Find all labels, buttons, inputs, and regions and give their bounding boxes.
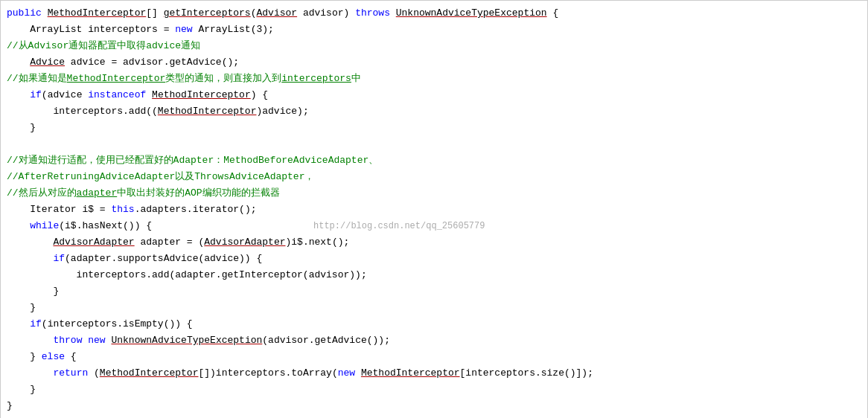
code-line-19: } (1, 300, 867, 316)
code-line-25: } (1, 398, 867, 414)
code-line-1: public MethodInterceptor[] getIntercepto… (1, 5, 867, 22)
code-comment: //如果通知是MethodInterceptor类型的通知，则直接加入到inte… (7, 71, 361, 87)
code-text: public MethodInterceptor[] getIntercepto… (7, 5, 558, 22)
code-line-blank (1, 136, 867, 152)
watermark: http://blog.csdn.net/qq_25605779 (313, 218, 485, 234)
code-comment: //AfterRetruningAdviceAdapter以及ThrowsAdv… (7, 169, 314, 185)
code-line-13: Iterator i$ = this.adapters.iterator(); (1, 202, 867, 218)
code-line-5: //如果通知是MethodInterceptor类型的通知，则直接加入到inte… (1, 71, 867, 87)
code-text: } (7, 283, 59, 300)
code-text: throw new UnknownAdviceTypeException(adv… (7, 332, 390, 349)
code-text: } else { (7, 349, 77, 365)
code-line-23: return (MethodInterceptor[])interceptors… (1, 365, 867, 382)
code-text: if(advice instanceof MethodInterceptor) … (7, 87, 268, 103)
code-line-bottom (1, 414, 867, 418)
code-text: } (7, 120, 36, 136)
code-text: } (7, 398, 13, 414)
code-text: } (7, 300, 36, 316)
code-line-22: } else { (1, 349, 867, 365)
code-text: ArrayList interceptors = new ArrayList(3… (7, 22, 274, 38)
code-text: if(adapter.supportsAdvice(advice)) { (7, 251, 262, 267)
code-line-6: if(advice instanceof MethodInterceptor) … (1, 87, 867, 103)
code-line-3: //从Advisor通知器配置中取得advice通知 (1, 38, 867, 54)
code-text: while(i$.hasNext()) {http://blog.csdn.ne… (7, 218, 152, 234)
code-text: Iterator i$ = this.adapters.iterator(); (7, 202, 256, 218)
code-line-2: ArrayList interceptors = new ArrayList(3… (1, 22, 867, 38)
code-line-21: throw new UnknownAdviceTypeException(adv… (1, 332, 867, 349)
code-line-10: //对通知进行适配，使用已经配置好的Adapter：MethodBeforeAd… (1, 152, 867, 169)
code-line-17: interceptors.add(adapter.getInterceptor(… (1, 267, 867, 283)
code-comment: //从Advisor通知器配置中取得advice通知 (7, 38, 200, 54)
code-line-11: //AfterRetruningAdviceAdapter以及ThrowsAdv… (1, 169, 867, 185)
code-text: return (MethodInterceptor[])interceptors… (7, 365, 593, 382)
code-container: public MethodInterceptor[] getIntercepto… (0, 0, 868, 418)
code-line-8: } (1, 120, 867, 136)
code-line-7: interceptors.add((MethodInterceptor)advi… (1, 103, 867, 120)
code-comment: //然后从对应的adapter中取出封装好的AOP编织功能的拦截器 (7, 185, 280, 202)
code-line-15: AdvisorAdapter adapter = (AdvisorAdapter… (1, 234, 867, 251)
code-line-20: if(interceptors.isEmpty()) { (1, 316, 867, 332)
code-text: AdvisorAdapter adapter = (AdvisorAdapter… (7, 234, 349, 251)
code-line-18: } (1, 283, 867, 300)
code-comment: //对通知进行适配，使用已经配置好的Adapter：MethodBeforeAd… (7, 152, 378, 169)
code-text: interceptors.add((MethodInterceptor)advi… (7, 103, 309, 120)
code-line-4: Advice advice = advisor.getAdvice(); (1, 54, 867, 71)
code-line-24: } (1, 382, 867, 398)
code-text: Advice advice = advisor.getAdvice(); (7, 54, 239, 71)
code-line-16: if(adapter.supportsAdvice(advice)) { (1, 251, 867, 267)
code-text: } (7, 382, 36, 398)
code-line-14: while(i$.hasNext()) {http://blog.csdn.ne… (1, 218, 867, 234)
code-text: interceptors.add(adapter.getInterceptor(… (7, 267, 367, 283)
code-line-12: //然后从对应的adapter中取出封装好的AOP编织功能的拦截器 (1, 185, 867, 202)
code-text: if(interceptors.isEmpty()) { (7, 316, 193, 332)
